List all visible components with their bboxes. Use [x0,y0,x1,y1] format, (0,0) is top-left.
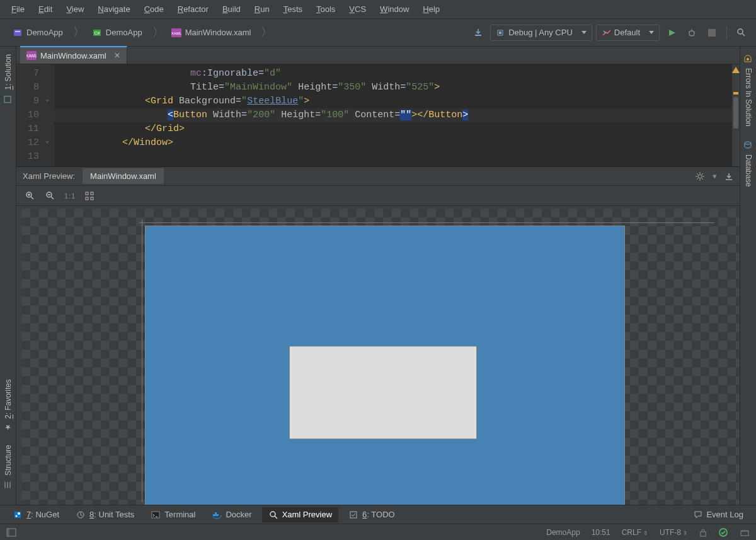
run-target-dropdown[interactable]: Default [596,25,660,41]
svg-rect-6 [475,35,481,36]
warning-icon[interactable] [732,67,740,73]
zoom-out-button[interactable] [44,190,57,202]
designer-grid[interactable] [146,226,624,505]
svg-rect-20 [91,197,93,200]
svg-rect-18 [91,192,93,195]
nuget-icon [13,510,23,520]
right-tool-stripe: Errors In Solution Database [740,47,756,505]
preview-pane-title: Xaml Preview: [23,171,75,181]
errors-tool-tab[interactable]: Errors In Solution [743,50,753,130]
zoom-in-button[interactable] [24,190,37,202]
download-icon[interactable] [724,172,733,181]
bottom-tab-terminal[interactable]: Terminal [144,507,202,522]
designer-button[interactable] [289,346,477,439]
database-tool-tab[interactable]: Database [743,137,753,190]
svg-rect-36 [701,532,706,536]
svg-point-25 [18,512,20,515]
menu-run[interactable]: Run [248,2,276,16]
gear-icon[interactable] [695,171,705,181]
menu-refactor[interactable]: Refactor [171,2,215,16]
menu-edit[interactable]: Edit [32,2,59,16]
svg-rect-28 [213,514,215,516]
svg-point-14 [698,175,702,178]
install-icon[interactable] [470,25,486,41]
bottom-tab-xaml-preview[interactable]: Xaml Preview [262,507,338,522]
svg-rect-33 [350,512,357,518]
code-lines[interactable]: mc:Ignorable="d" Title="MainWindow" Heig… [54,64,732,166]
menu-file[interactable]: File [5,2,31,16]
menu-code[interactable]: Code [138,2,170,16]
structure-tool-tab[interactable]: Structure [3,441,13,493]
status-line-ending[interactable]: CRLF⇕ [622,528,648,537]
search-everywhere-button[interactable] [733,25,750,41]
bottom-tab-docker[interactable]: Docker [205,507,258,522]
lock-icon[interactable] [699,528,707,537]
unittest-icon [76,510,86,520]
chevron-down-icon [649,31,654,34]
chevron-right-icon: 〉 [72,25,86,40]
editor-tab-mainwindow[interactable]: XAML MainWindow.xaml ✕ [20,46,127,64]
preview-pane-tab[interactable]: MainWindow.xaml [83,168,164,184]
editor-tab-bar: XAML MainWindow.xaml ✕ [16,47,740,64]
svg-rect-23 [14,512,21,518]
bottom-tab-7-nuget[interactable]: 7: NuGet [6,507,66,522]
fit-to-screen-button[interactable] [83,190,96,202]
chevron-right-icon: 〉 [151,25,165,40]
preview-pane-header: Xaml Preview: MainWindow.xaml ▾ [16,167,740,186]
svg-rect-1 [15,31,20,32]
svg-rect-38 [741,531,748,536]
inspection-ok-icon[interactable] [718,527,728,537]
menu-view[interactable]: View [60,2,90,16]
svg-rect-30 [217,514,219,516]
fold-icon[interactable]: ⌄ [43,136,52,145]
menu-tools[interactable]: Tools [310,2,341,16]
editor-tab-label: MainWindow.xaml [40,51,106,60]
svg-rect-35 [7,529,9,536]
svg-rect-10 [4,96,11,103]
breadcrumb-item[interactable]: XAMLMainWindow.xaml [165,25,260,40]
svg-text:C#: C# [94,31,100,35]
preview-canvas[interactable] [16,206,740,505]
preview-toolbar: 1:1 [16,186,740,206]
bottom-tab-8-unit-tests[interactable]: 8: Unit Tests [69,507,140,522]
svg-point-24 [16,515,18,517]
status-project[interactable]: DemoApp [546,528,580,537]
debug-button[interactable] [684,25,700,41]
toolbar: DemoApp〉C#DemoApp〉XAMLMainWindow.xaml〉 D… [0,19,756,47]
menu-build[interactable]: Build [216,2,247,16]
favorites-tool-tab[interactable]: ★ 2: Favorites [4,376,13,435]
chevron-down-icon [581,31,587,34]
xaml-icon: XAML [171,28,181,38]
bottom-tab-6-todo[interactable]: 6: TODO [342,507,401,522]
csproj-icon: C# [92,28,102,38]
menu-tests[interactable]: Tests [277,2,309,16]
solution-tool-tab[interactable]: 1: Solution [3,50,13,108]
menu-window[interactable]: Window [374,2,415,16]
close-icon[interactable]: ✕ [114,51,120,60]
inspection-stripe[interactable] [732,64,740,166]
memory-indicator-icon[interactable] [740,528,750,537]
stop-button[interactable] [704,25,720,41]
breadcrumb-item[interactable]: C#DemoApp [86,25,151,40]
scrollbar-thumb[interactable] [733,97,738,129]
menu-navigate[interactable]: Navigate [91,2,136,16]
menu-help[interactable]: Help [416,2,446,16]
run-button[interactable] [663,25,680,41]
event-log-tab[interactable]: Event Log [687,507,750,522]
code-editor[interactable]: 78910111213⌄⌄ mc:Ignorable="d" Title="Ma… [16,64,740,167]
svg-rect-29 [215,514,217,516]
status-encoding[interactable]: UTF-8⇕ [660,528,688,537]
svg-text:XAML: XAML [171,32,181,35]
run-config-dropdown[interactable]: Debug | Any CPU [490,25,592,41]
svg-rect-8 [708,29,716,37]
status-caret[interactable]: 10:51 [592,528,610,537]
svg-point-32 [270,512,275,517]
svg-text:XAML: XAML [26,54,37,58]
breadcrumb-item[interactable]: DemoApp [6,25,72,40]
left-tool-stripe: 1: Solution ★ 2: Favorites Structure [0,47,16,505]
run-target-label: Default [614,28,640,37]
tool-windows-icon[interactable] [6,528,16,537]
fold-icon[interactable]: ⌄ [43,95,52,103]
menu-vcs[interactable]: VCS [343,2,372,16]
warning-marker[interactable] [733,92,738,95]
